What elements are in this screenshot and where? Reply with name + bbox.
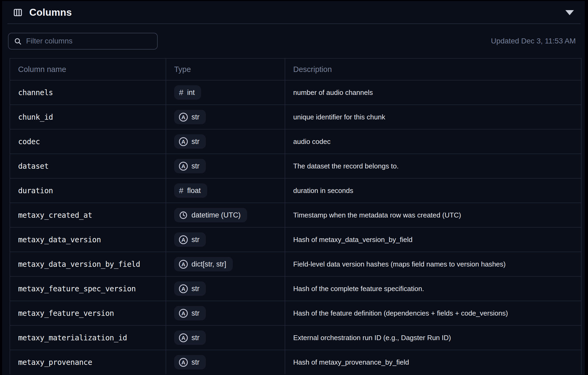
column-description: Hash of metaxy_data_version_by_field [293,236,413,244]
type-badge: A str [174,134,206,149]
section-header: Columns [2,1,585,24]
type-badge: datetime (UTC) [174,208,247,222]
column-description: audio codec [293,138,330,146]
type-label: str [191,334,199,342]
type-label: str [191,236,199,244]
filter-columns-field [8,33,158,50]
circle-a-icon: A [179,137,188,146]
type-badge: A dict[str, str] [174,257,233,271]
updated-timestamp: Updated Dec 3, 11:53 AM [491,37,576,45]
table-row: dataset A str The dataset the record bel… [10,154,581,178]
type-label: str [191,113,199,121]
column-description: unique identifier for this chunk [293,113,385,121]
type-label: float [187,187,201,195]
type-badge: A str [174,306,206,320]
circle-a-icon: A [179,358,188,367]
type-badge: A str [174,281,206,296]
chevron-down-icon[interactable] [564,6,576,19]
table-row: metaxy_provenance A str Hash of metaxy_p… [10,350,581,374]
circle-a-icon: A [179,235,188,244]
circle-a-icon: A [179,162,188,171]
column-description: Hash of metaxy_provenance_by_field [293,358,409,366]
type-badge: A str [174,330,206,345]
hash-icon: # [179,186,183,195]
circle-a-icon: A [179,309,188,318]
type-label: str [191,162,199,170]
table-row: metaxy_feature_spec_version A str Hash o… [10,276,581,301]
table-row: codec A str audio codec [10,129,581,154]
table-row: metaxy_data_version_by_field A dict[str,… [10,252,581,276]
column-description: Field-level data version hashes (maps fi… [293,260,506,268]
circle-a-icon: A [179,113,188,122]
column-description: The dataset the record belongs to. [293,162,399,170]
clock-icon [179,211,188,220]
column-name: metaxy_feature_version [18,309,114,318]
type-label: str [191,138,199,146]
column-name: metaxy_feature_spec_version [18,284,136,293]
toolbar: Updated Dec 3, 11:53 AM [2,24,585,58]
column-name: metaxy_materialization_id [18,333,127,342]
type-badge: # int [174,85,201,100]
column-header-type: Type [166,59,285,80]
table-row: channels # int number of audio channels [10,80,581,104]
type-label: dict[str, str] [191,260,226,268]
column-name: channels [18,88,53,97]
type-label: str [191,358,199,366]
circle-a-icon: A [179,284,188,293]
table-row: metaxy_materialization_id A str External… [10,325,581,350]
column-name: codec [18,137,40,146]
columns-panel: Columns Updated Dec 3, 11:53 AM Column n… [2,1,585,375]
type-label: datetime (UTC) [191,211,241,219]
column-name: metaxy_data_version_by_field [18,260,140,269]
column-description: duration in seconds [293,187,353,195]
type-badge: A str [174,355,206,369]
column-name: metaxy_provenance [18,358,92,367]
table-row: metaxy_data_version A str Hash of metaxy… [10,227,581,252]
table-row: duration # float duration in seconds [10,178,581,203]
column-description: number of audio channels [293,88,373,97]
type-badge: A str [174,110,206,124]
column-description: Timestamp when the metadata row was crea… [293,211,461,219]
type-label: str [191,285,199,293]
table-body: channels # int number of audio channels … [10,80,581,374]
column-name: chunk_id [18,113,53,122]
column-name: dataset [18,162,49,171]
columns-table: Column name Type Description channels # … [10,58,582,374]
column-description: Hash of the feature definition (dependen… [293,309,508,317]
type-label: int [187,88,195,97]
filter-columns-input[interactable] [8,33,158,50]
table-row: metaxy_feature_version A str Hash of the… [10,301,581,325]
column-name: duration [18,186,53,195]
type-badge: A str [174,159,206,173]
table-header-row: Column name Type Description [10,59,581,80]
type-label: str [191,309,199,317]
table-row: metaxy_created_at datetime (UTC) Timesta… [10,203,581,227]
column-description: Hash of the complete feature specificati… [293,285,424,293]
column-header-name: Column name [10,59,166,80]
hash-icon: # [179,88,183,97]
column-name: metaxy_data_version [18,235,101,244]
type-badge: A str [174,232,206,247]
column-name: metaxy_created_at [18,211,92,220]
circle-a-icon: A [179,260,188,269]
page-title: Columns [29,7,72,18]
column-header-description: Description [285,59,581,80]
circle-a-icon: A [179,333,188,342]
table-row: chunk_id A str unique identifier for thi… [10,104,581,129]
type-badge: # float [174,183,207,198]
column-description: External orchestration run ID (e.g., Dag… [293,334,451,342]
columns-icon [12,7,23,18]
